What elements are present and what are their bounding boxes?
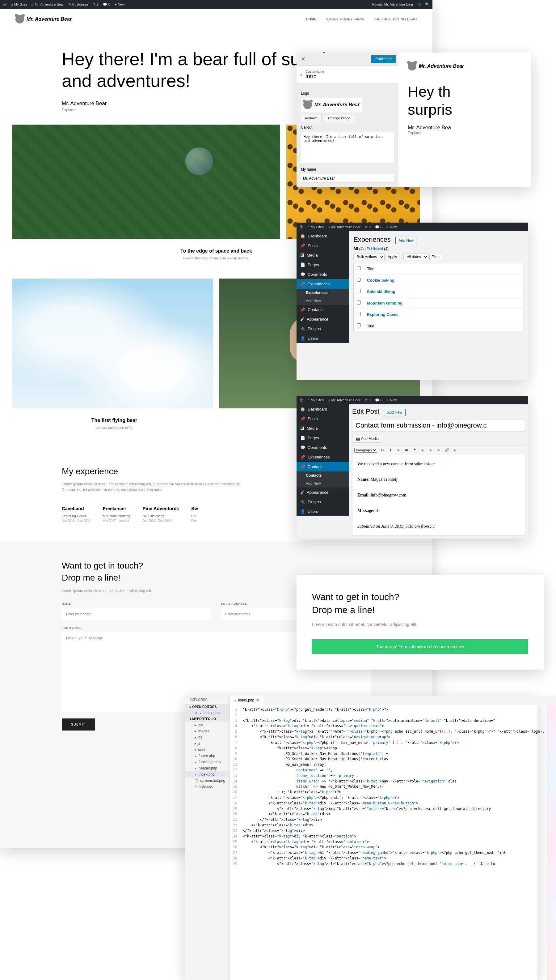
comments-link[interactable]: 💬 0	[103, 2, 110, 6]
bold-icon[interactable]: B	[380, 447, 385, 453]
new-link[interactable]: + New	[115, 2, 124, 6]
post-title-input[interactable]: Contact form submission - info@pinegrow.…	[352, 419, 525, 432]
myname-input[interactable]	[301, 174, 394, 183]
filter-button[interactable]: Filter	[429, 254, 442, 260]
menu-experiences[interactable]: 📌 Experiences	[297, 452, 349, 462]
nav-honey[interactable]: SWEET HONEY FARM	[326, 17, 364, 21]
wp-logo-icon[interactable]: ⓦ	[3, 2, 6, 7]
my-sites-link[interactable]: ⌂ My Sites	[307, 225, 324, 229]
menu-plugins[interactable]: 🔌 Plugins	[297, 324, 349, 334]
site-name-link[interactable]: ⌂ Mr. Adventure Bear	[328, 225, 360, 229]
project-section[interactable]: ▾ MYPORTFOLIO	[185, 716, 230, 722]
submenu-experiences[interactable]: Experiences	[297, 289, 349, 297]
menu-pages[interactable]: 📄 Pages	[297, 433, 349, 443]
menu-comments[interactable]: 💬 Comments	[297, 270, 349, 279]
link-icon[interactable]: 🔗	[444, 447, 449, 453]
quote-icon[interactable]: ❝	[412, 447, 417, 453]
tab-index[interactable]: ⬥ index.php ✕	[230, 696, 263, 705]
minimap[interactable]	[547, 705, 556, 980]
menu-comments[interactable]: 💬 Comments	[297, 443, 349, 452]
tree-item[interactable]: ▸ images	[185, 728, 230, 734]
tree-item[interactable]: ▸ inc	[185, 734, 230, 740]
menu-pages[interactable]: 📄 Pages	[297, 260, 349, 270]
my-sites-link[interactable]: ⌂ My Sites	[307, 398, 324, 402]
howdy-user[interactable]: Howdy, Mr. Adventure Bear	[372, 2, 413, 6]
row-link[interactable]: Exploring Caves	[367, 312, 398, 317]
col-title[interactable]: Title	[364, 263, 524, 275]
back-icon[interactable]: ‹	[300, 71, 302, 78]
add-media-button[interactable]: 📷 Add Media	[352, 435, 382, 443]
menu-plugins[interactable]: 🔌 Plugins	[297, 497, 349, 507]
published-button[interactable]: Published	[371, 55, 396, 63]
callout-textarea[interactable]: Hey there! I'm a bear full of surprises …	[301, 132, 394, 163]
new-link[interactable]: + New	[387, 398, 397, 402]
row-checkbox[interactable]	[357, 278, 361, 282]
submenu-addnew[interactable]: Add New	[297, 297, 349, 305]
logo-preview[interactable]: Mr. Adventure Bear	[301, 98, 362, 112]
open-file-index[interactable]: ✕ ⬥ index.php	[185, 710, 230, 716]
tree-item[interactable]: ▸ css	[185, 722, 230, 728]
avatar-icon[interactable]: ▢	[418, 2, 421, 6]
comments-link[interactable]: 💬 0	[375, 225, 382, 229]
menu-appearance[interactable]: 🖌 Appearance	[297, 314, 349, 324]
tree-item[interactable]: ▸ js	[185, 740, 230, 747]
new-link[interactable]: + New	[387, 225, 397, 229]
updates-link[interactable]: ⟳ 9	[365, 398, 371, 402]
menu-experiences[interactable]: 📌 Experiences	[297, 279, 349, 289]
row-link[interactable]: Mountain climbing	[367, 301, 402, 305]
ul-icon[interactable]: ≡	[396, 447, 401, 453]
editor-content[interactable]: We received a new contact form submissio…	[352, 455, 525, 535]
dates-select[interactable]: All dates	[403, 254, 428, 260]
align-left-icon[interactable]: ≡	[420, 447, 425, 453]
tab-close-icon[interactable]: ✕	[256, 698, 259, 702]
site-name-link[interactable]: ⌂ Mr. Adventure Bear	[32, 2, 64, 6]
apply-button[interactable]: Apply	[385, 254, 399, 260]
updates-link[interactable]: ⟳ 9	[93, 2, 99, 6]
menu-users[interactable]: 👤 Users	[297, 334, 349, 343]
tree-item[interactable]: # style.css	[185, 784, 230, 790]
site-logo[interactable]: Mr. Adventure Bear	[15, 15, 72, 23]
nav-home[interactable]: HOME	[306, 17, 317, 21]
align-right-icon[interactable]: ≡	[436, 447, 441, 453]
bulk-actions-select[interactable]: Bulk Actions	[353, 254, 385, 260]
submenu-addnew[interactable]: Add New	[297, 479, 349, 488]
menu-dashboard[interactable]: 🏠 Dashboard	[297, 404, 349, 414]
search-icon[interactable]: 🔍	[425, 2, 429, 6]
tree-item[interactable]: ▢ screenshot.png	[185, 778, 230, 784]
align-center-icon[interactable]: ≡	[428, 447, 433, 453]
remove-button[interactable]: Remove	[301, 114, 322, 122]
name-input[interactable]	[62, 608, 212, 620]
more-icon[interactable]: ≡	[452, 447, 457, 453]
row-link[interactable]: Cookie baking	[367, 278, 394, 283]
row-checkbox[interactable]	[357, 300, 361, 305]
open-editors-section[interactable]: ▸ OPEN EDITORS	[185, 704, 230, 710]
tree-item[interactable]: ⬥ header.php	[185, 765, 230, 771]
my-sites-link[interactable]: ⌂ My Sites	[11, 2, 27, 6]
site-name-link[interactable]: ⌂ Mr. Adventure Bear	[328, 398, 360, 402]
menu-posts[interactable]: 📌 Posts	[297, 241, 349, 250]
menu-contacts[interactable]: 📌 Contacts	[297, 462, 349, 471]
submenu-contacts[interactable]: Contacts	[297, 471, 349, 479]
ol-icon[interactable]: ≣	[404, 447, 409, 453]
comments-link[interactable]: 💬 0	[375, 398, 382, 402]
menu-contacts[interactable]: 📌 Contacts	[297, 305, 349, 314]
nav-flying[interactable]: THE FIRST FLYING BEAR	[373, 17, 417, 21]
row-checkbox[interactable]	[357, 289, 361, 293]
select-all-checkbox-foot[interactable]	[357, 323, 361, 327]
tree-item[interactable]: ⬥ footer.php	[185, 753, 230, 759]
wp-logo-icon[interactable]: ⓦ	[300, 398, 303, 403]
select-all-checkbox[interactable]	[357, 266, 361, 270]
tree-item[interactable]: ⬥ index.php	[185, 771, 230, 778]
add-new-button[interactable]: Add New	[384, 409, 406, 416]
row-link[interactable]: Solo ski diving	[367, 289, 395, 294]
updates-link[interactable]: ⟳ 9	[365, 225, 371, 229]
row-checkbox[interactable]	[357, 312, 361, 316]
tree-item[interactable]: ▸ work	[185, 747, 230, 753]
menu-dashboard[interactable]: 🏠 Dashboard	[297, 231, 349, 241]
customize-link[interactable]: ✎ Customize	[68, 2, 88, 6]
menu-users[interactable]: 👤 Users	[297, 507, 349, 516]
menu-appearance[interactable]: 🖌 Appearance	[297, 488, 349, 497]
format-select[interactable]: Paragraph	[354, 448, 377, 453]
tree-item[interactable]: ⬥ functions.php	[185, 759, 230, 765]
menu-media[interactable]: 🖼 Media	[297, 250, 349, 260]
